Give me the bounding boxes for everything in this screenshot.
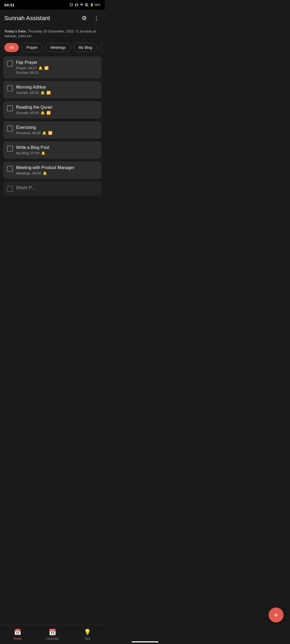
task-title: Write a Blog Post bbox=[16, 145, 98, 150]
task-meta: Meetings, 09:00🔔 bbox=[16, 171, 98, 175]
task-meta: Sunnah, 05:40🔔🔁 bbox=[16, 111, 98, 115]
date-section: Today's Date: Thursday 29 December, 2022… bbox=[0, 27, 105, 42]
repeat-icon: 🔁 bbox=[48, 131, 52, 135]
task-card[interactable]: Fajr PrayerPrayer, 04:57🔔🔁Sunrise: 06:12 bbox=[3, 56, 102, 78]
filter-chip-prayer[interactable]: Prayer bbox=[21, 43, 43, 52]
task-meta: Prayer, 04:57🔔🔁 bbox=[16, 66, 98, 70]
app-bar-actions: ⚙ ⋮ bbox=[81, 14, 100, 23]
alarm-icon: 🔔 bbox=[43, 171, 47, 175]
task-checkbox-fajr[interactable] bbox=[7, 61, 13, 67]
task-card[interactable]: Meeting with Product ManagerMeetings, 09… bbox=[3, 162, 102, 179]
task-card[interactable]: Write a Blog PostMy Blog, 07:00🔔 bbox=[3, 141, 102, 159]
filter-chip-myblog[interactable]: My Blog bbox=[74, 43, 97, 52]
battery-status: 🔋 56% bbox=[90, 3, 100, 7]
task-extra-info: Sunrise: 06:12 bbox=[16, 71, 98, 75]
task-title: Dhuhr P... bbox=[16, 185, 98, 190]
alarm-icon: 🔔 bbox=[41, 151, 45, 155]
settings-button[interactable]: ⚙ bbox=[81, 14, 88, 23]
more-options-button[interactable]: ⋮ bbox=[92, 14, 100, 23]
task-title: Morning Adhkar bbox=[16, 85, 98, 90]
task-title: Meeting with Product Manager bbox=[16, 165, 98, 170]
repeat-icon: 🔁 bbox=[44, 66, 49, 70]
task-checkbox-reading-quran[interactable] bbox=[7, 105, 13, 111]
task-card[interactable]: Dhuhr P... bbox=[3, 182, 102, 196]
task-meta: Sunnah, 05:35🔔🔁 bbox=[16, 91, 98, 95]
task-card[interactable]: Reading the QuranSunnah, 05:40🔔🔁 bbox=[3, 101, 102, 119]
wifi-icon bbox=[80, 3, 84, 7]
filter-chip-meetings[interactable]: Meetings bbox=[45, 43, 71, 52]
date-label: Today's Date: bbox=[4, 29, 27, 33]
alarm-icon: 🔔 bbox=[41, 91, 45, 95]
signal-icon bbox=[85, 3, 89, 7]
alarm-icon bbox=[70, 3, 73, 7]
task-checkbox-morning-adhkar[interactable] bbox=[7, 85, 13, 91]
app-bar: Sunnah Assistant ⚙ ⋮ bbox=[0, 10, 105, 27]
alarm-icon: 🔔 bbox=[41, 111, 45, 115]
task-card[interactable]: ExercisingPersonal, 06:00🔔🔁 bbox=[3, 121, 102, 139]
repeat-icon: 🔁 bbox=[46, 91, 51, 95]
alarm-icon: 🔔 bbox=[42, 131, 46, 135]
filter-chip-all[interactable]: All bbox=[4, 43, 19, 52]
task-list: Fajr PrayerPrayer, 04:57🔔🔁Sunrise: 06:12… bbox=[0, 56, 105, 196]
repeat-icon: 🔁 bbox=[46, 111, 51, 115]
status-icons: 🔋 56% bbox=[70, 3, 100, 7]
filter-chips: AllPrayerMeetingsMy BlogOther bbox=[0, 42, 105, 56]
task-checkbox-write-blog[interactable] bbox=[7, 146, 13, 152]
vibrate-icon bbox=[75, 3, 78, 7]
status-time: 04:51 bbox=[4, 3, 15, 7]
alarm-icon: 🔔 bbox=[38, 66, 43, 70]
task-meta: Personal, 06:00🔔🔁 bbox=[16, 131, 98, 135]
task-meta: My Blog, 07:00🔔 bbox=[16, 151, 98, 155]
task-title: Exercising bbox=[16, 125, 98, 130]
task-card[interactable]: Morning AdhkarSunnah, 05:35🔔🔁 bbox=[3, 81, 102, 98]
task-checkbox-meeting-pm[interactable] bbox=[7, 166, 13, 172]
task-title: Fajr Prayer bbox=[16, 60, 98, 65]
task-checkbox-partial-task[interactable] bbox=[7, 186, 13, 192]
app-title: Sunnah Assistant bbox=[4, 15, 50, 22]
task-checkbox-exercising[interactable] bbox=[7, 126, 13, 131]
filter-chip-other[interactable]: Other bbox=[100, 43, 105, 52]
task-title: Reading the Quran bbox=[16, 105, 98, 110]
status-bar: 04:51 🔋 56% bbox=[0, 0, 105, 10]
